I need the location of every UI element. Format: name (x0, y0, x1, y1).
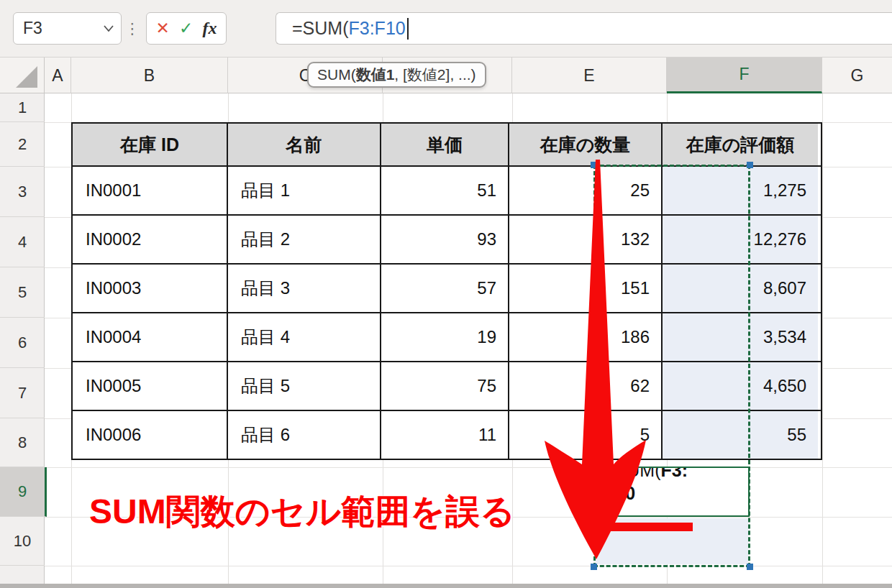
cell-b4[interactable]: IN0002 (73, 216, 228, 263)
header-cell-inventory-id[interactable]: 在庫 ID (73, 124, 228, 165)
gridline (45, 566, 892, 566)
column-header-g[interactable]: G (822, 58, 892, 93)
editing-formula-range1: F3: (660, 467, 688, 480)
formula-text-range: F3:F10 (348, 18, 405, 39)
cell-d7[interactable]: 75 (381, 362, 509, 410)
cell-b8[interactable]: IN0006 (73, 411, 228, 459)
cell-d5[interactable]: 57 (381, 265, 509, 312)
cell-e6[interactable]: 186 (509, 313, 663, 361)
table-row: IN0006 品目 6 11 5 55 (73, 411, 821, 459)
cell-c5[interactable]: 品目 3 (228, 265, 381, 312)
selection-handle[interactable] (747, 564, 753, 570)
excel-window: F3 ⋮ ✕ ✓ fx =SUM(F3:F10 A B C D E F G SU… (0, 0, 892, 588)
row-header-7[interactable]: 7 (0, 368, 45, 418)
table-row: IN0004 品目 4 19 186 3,534 (73, 313, 821, 362)
selection-handle[interactable] (591, 564, 597, 570)
row-header-6[interactable]: 6 (0, 318, 45, 368)
cancel-icon[interactable]: ✕ (156, 20, 170, 37)
cell-f5[interactable]: 8,607 (663, 265, 818, 312)
cell-f4[interactable]: 12,276 (663, 216, 818, 263)
table-row: IN0001 品目 1 51 25 1,275 (73, 167, 821, 216)
table-row: IN0003 品目 3 57 151 8,607 (73, 265, 821, 313)
cell-c6[interactable]: 品目 4 (228, 313, 381, 361)
row-header-2[interactable]: 2 (0, 122, 45, 167)
table-row: IN0005 品目 5 75 62 4,650 (73, 362, 821, 411)
cell-e4[interactable]: 132 (509, 216, 663, 263)
selection-handle[interactable] (747, 162, 753, 168)
selection-handle[interactable] (591, 162, 597, 168)
cell-d8[interactable]: 11 (381, 411, 509, 459)
text-cursor (407, 18, 409, 40)
editing-formula-text: =SUM(F3: F10 (596, 467, 748, 505)
cell-f6[interactable]: 3,534 (663, 313, 818, 361)
cell-b5[interactable]: IN0003 (73, 265, 228, 312)
row-header-8[interactable]: 8 (0, 418, 45, 467)
header-cell-unit-price[interactable]: 単価 (381, 124, 509, 165)
cell-e5[interactable]: 151 (509, 265, 663, 312)
row-header-3[interactable]: 3 (0, 167, 45, 217)
insert-function-icon[interactable]: fx (202, 19, 217, 38)
row-header-4[interactable]: 4 (0, 217, 45, 267)
inventory-table: 在庫 ID 名前 単価 在庫の数量 在庫の評価額 IN0001 品目 1 51 … (71, 122, 822, 460)
row-header-9-selected[interactable]: 9 (0, 467, 47, 517)
tooltip-prefix: SUM( (317, 66, 356, 83)
column-header-a[interactable]: A (45, 58, 71, 93)
column-header-f-selected[interactable]: F (667, 58, 822, 93)
function-hint-tooltip: SUM(数値1, [数値2], ...) (307, 62, 486, 88)
editing-formula-prefix: =SUM( (604, 467, 660, 480)
row-header-gutter: 1 2 3 4 5 6 7 8 9 10 (0, 93, 45, 588)
row-header-5[interactable]: 5 (0, 267, 45, 318)
tooltip-arg1: 数値1 (356, 65, 395, 85)
column-header-b[interactable]: B (71, 58, 228, 93)
cell-f7[interactable]: 4,650 (663, 362, 818, 410)
cell-b3[interactable]: IN0001 (73, 167, 228, 214)
formula-button-group: ✕ ✓ fx (146, 12, 227, 45)
more-options-dots-icon[interactable]: ⋮ (127, 0, 138, 58)
enter-icon[interactable]: ✓ (179, 20, 193, 37)
gridline (45, 467, 892, 468)
header-cell-stock-value[interactable]: 在庫の評価額 (663, 124, 818, 165)
formula-text-prefix: =SUM( (292, 18, 348, 39)
chevron-down-icon[interactable] (104, 25, 114, 32)
cell-c8[interactable]: 品目 6 (228, 411, 381, 459)
row-header-10[interactable]: 10 (0, 517, 45, 566)
name-box-value: F3 (23, 19, 104, 38)
cell-f8[interactable]: 55 (663, 411, 818, 459)
select-all-triangle-icon (16, 66, 37, 88)
cell-f3[interactable]: 1,275 (663, 167, 818, 214)
editing-formula-range2: F10 (604, 483, 635, 503)
row-header-1[interactable]: 1 (0, 93, 45, 122)
annotation-text: SUM関数のセル範囲を誤る (89, 489, 515, 535)
cell-e3[interactable]: 25 (509, 167, 663, 214)
window-bottom-edge (0, 584, 892, 588)
header-cell-name[interactable]: 名前 (228, 124, 381, 165)
column-header-e[interactable]: E (512, 58, 667, 93)
cell-c4[interactable]: 品目 2 (228, 216, 381, 263)
cell-c3[interactable]: 品目 1 (228, 167, 381, 214)
cell-c7[interactable]: 品目 5 (228, 362, 381, 410)
header-cell-stock-qty[interactable]: 在庫の数量 (509, 124, 663, 165)
cell-e7[interactable]: 62 (509, 362, 663, 410)
select-all-corner[interactable] (0, 58, 45, 93)
cell-e8[interactable]: 5 (509, 411, 663, 459)
cell-b7[interactable]: IN0005 (73, 362, 228, 410)
formula-input[interactable]: =SUM(F3:F10 (276, 12, 892, 45)
formula-toolbar: F3 ⋮ ✕ ✓ fx =SUM(F3:F10 (0, 0, 892, 58)
gridline (822, 93, 823, 588)
annotation-underline (598, 523, 693, 531)
table-header-row: 在庫 ID 名前 単価 在庫の数量 在庫の評価額 (73, 124, 821, 167)
cell-d6[interactable]: 19 (381, 313, 509, 361)
cell-d4[interactable]: 93 (381, 216, 509, 263)
table-row: IN0002 品目 2 93 132 12,276 (73, 216, 821, 265)
sheet-grid: 1 2 3 4 5 6 7 8 9 10 在庫 ID 名前 単価 在庫の数量 在… (0, 93, 892, 588)
tooltip-suffix: , [数値2], ...) (394, 65, 475, 85)
name-box[interactable]: F3 (13, 12, 122, 45)
cell-d3[interactable]: 51 (381, 167, 509, 214)
cell-f9-editing[interactable]: =SUM(F3: F10 (594, 467, 750, 517)
cell-b6[interactable]: IN0004 (73, 313, 228, 361)
